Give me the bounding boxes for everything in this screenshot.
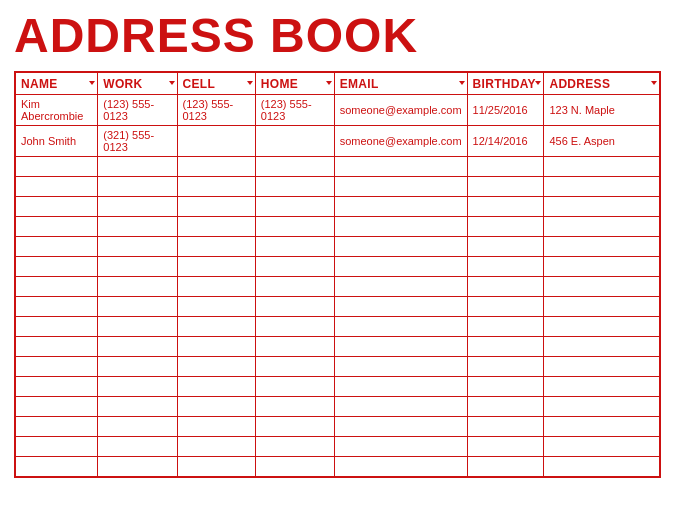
table-cell-address[interactable] xyxy=(544,316,660,336)
table-cell-cell[interactable] xyxy=(177,296,255,316)
table-cell-name[interactable] xyxy=(16,236,98,256)
table-cell-address[interactable]: 456 E. Aspen xyxy=(544,125,660,156)
table-cell-work[interactable] xyxy=(98,176,177,196)
table-cell-name[interactable] xyxy=(16,416,98,436)
table-cell-name[interactable] xyxy=(16,216,98,236)
table-cell-cell[interactable] xyxy=(177,276,255,296)
table-cell-home[interactable] xyxy=(255,216,334,236)
table-cell-work[interactable] xyxy=(98,196,177,216)
table-cell-address[interactable] xyxy=(544,416,660,436)
table-cell-address[interactable]: 123 N. Maple xyxy=(544,94,660,125)
table-cell-address[interactable] xyxy=(544,456,660,476)
table-cell-email[interactable] xyxy=(334,396,467,416)
table-cell-home[interactable] xyxy=(255,156,334,176)
table-cell-work[interactable] xyxy=(98,236,177,256)
table-cell-cell[interactable] xyxy=(177,376,255,396)
table-cell-name[interactable] xyxy=(16,276,98,296)
table-cell-address[interactable] xyxy=(544,296,660,316)
table-cell-birthday[interactable] xyxy=(467,356,544,376)
table-cell-work[interactable] xyxy=(98,336,177,356)
table-cell-address[interactable] xyxy=(544,376,660,396)
table-cell-birthday[interactable] xyxy=(467,376,544,396)
table-cell-email[interactable] xyxy=(334,296,467,316)
table-cell-cell[interactable] xyxy=(177,256,255,276)
table-cell-address[interactable] xyxy=(544,256,660,276)
table-cell-work[interactable] xyxy=(98,456,177,476)
table-cell-cell[interactable] xyxy=(177,456,255,476)
table-cell-email[interactable] xyxy=(334,336,467,356)
table-row[interactable] xyxy=(16,396,660,416)
col-header-work[interactable]: WORK xyxy=(98,72,177,94)
table-row[interactable] xyxy=(16,176,660,196)
table-cell-cell[interactable] xyxy=(177,396,255,416)
table-cell-birthday[interactable] xyxy=(467,316,544,336)
table-cell-home[interactable] xyxy=(255,196,334,216)
table-cell-name[interactable] xyxy=(16,156,98,176)
table-cell-cell[interactable]: (123) 555-0123 xyxy=(177,94,255,125)
table-row[interactable] xyxy=(16,196,660,216)
table-cell-address[interactable] xyxy=(544,276,660,296)
table-cell-birthday[interactable] xyxy=(467,296,544,316)
table-cell-birthday[interactable] xyxy=(467,176,544,196)
table-cell-name[interactable] xyxy=(16,436,98,456)
table-cell-email[interactable] xyxy=(334,456,467,476)
col-header-birthday[interactable]: BIRTHDAY xyxy=(467,72,544,94)
table-cell-birthday[interactable] xyxy=(467,336,544,356)
table-cell-work[interactable] xyxy=(98,416,177,436)
table-cell-name[interactable] xyxy=(16,456,98,476)
table-cell-email[interactable]: someone@example.com xyxy=(334,94,467,125)
table-cell-home[interactable]: (123) 555-0123 xyxy=(255,94,334,125)
table-cell-email[interactable] xyxy=(334,156,467,176)
table-cell-home[interactable] xyxy=(255,356,334,376)
table-cell-home[interactable] xyxy=(255,236,334,256)
table-cell-home[interactable] xyxy=(255,256,334,276)
table-cell-home[interactable] xyxy=(255,276,334,296)
table-cell-work[interactable] xyxy=(98,396,177,416)
table-cell-work[interactable]: (321) 555-0123 xyxy=(98,125,177,156)
table-cell-name[interactable] xyxy=(16,176,98,196)
table-cell-cell[interactable] xyxy=(177,236,255,256)
table-cell-home[interactable] xyxy=(255,336,334,356)
table-cell-birthday[interactable] xyxy=(467,456,544,476)
table-cell-email[interactable] xyxy=(334,356,467,376)
table-row[interactable] xyxy=(16,296,660,316)
table-cell-work[interactable] xyxy=(98,296,177,316)
table-cell-email[interactable] xyxy=(334,196,467,216)
table-cell-email[interactable] xyxy=(334,316,467,336)
table-cell-cell[interactable] xyxy=(177,196,255,216)
col-header-cell[interactable]: CELL xyxy=(177,72,255,94)
table-cell-work[interactable] xyxy=(98,216,177,236)
table-cell-home[interactable] xyxy=(255,376,334,396)
table-cell-home[interactable] xyxy=(255,316,334,336)
table-cell-cell[interactable] xyxy=(177,356,255,376)
table-cell-work[interactable] xyxy=(98,256,177,276)
table-cell-birthday[interactable] xyxy=(467,256,544,276)
table-cell-birthday[interactable] xyxy=(467,396,544,416)
table-cell-email[interactable] xyxy=(334,376,467,396)
table-row[interactable] xyxy=(16,456,660,476)
table-cell-cell[interactable] xyxy=(177,156,255,176)
table-row[interactable] xyxy=(16,316,660,336)
table-cell-birthday[interactable] xyxy=(467,216,544,236)
table-cell-work[interactable] xyxy=(98,436,177,456)
table-row[interactable] xyxy=(16,336,660,356)
table-row[interactable] xyxy=(16,416,660,436)
table-cell-address[interactable] xyxy=(544,176,660,196)
table-cell-birthday[interactable] xyxy=(467,236,544,256)
table-cell-name[interactable] xyxy=(16,196,98,216)
table-cell-birthday[interactable] xyxy=(467,416,544,436)
table-cell-home[interactable] xyxy=(255,125,334,156)
table-row[interactable] xyxy=(16,436,660,456)
table-cell-birthday[interactable] xyxy=(467,156,544,176)
table-cell-work[interactable]: (123) 555-0123 xyxy=(98,94,177,125)
table-cell-work[interactable] xyxy=(98,316,177,336)
table-cell-name[interactable] xyxy=(16,376,98,396)
col-header-email[interactable]: EMAIL xyxy=(334,72,467,94)
table-cell-birthday[interactable]: 11/25/2016 xyxy=(467,94,544,125)
table-cell-birthday[interactable] xyxy=(467,196,544,216)
table-row[interactable] xyxy=(16,376,660,396)
table-cell-name[interactable] xyxy=(16,356,98,376)
table-cell-email[interactable] xyxy=(334,276,467,296)
table-cell-address[interactable] xyxy=(544,236,660,256)
table-cell-home[interactable] xyxy=(255,456,334,476)
